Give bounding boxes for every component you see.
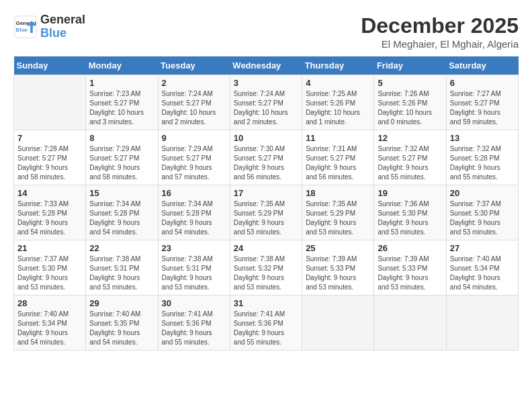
day-info: Sunrise: 7:39 AM Sunset: 5:33 PM Dayligh…	[306, 255, 370, 292]
day-info: Sunrise: 7:38 AM Sunset: 5:31 PM Dayligh…	[89, 255, 154, 292]
day-info: Sunrise: 7:32 AM Sunset: 5:28 PM Dayligh…	[450, 144, 515, 182]
day-header-thursday: Thursday	[302, 56, 374, 75]
calendar-day: 26Sunrise: 7:39 AM Sunset: 5:33 PM Dayli…	[374, 240, 446, 295]
day-info: Sunrise: 7:24 AM Sunset: 5:27 PM Dayligh…	[234, 89, 298, 127]
day-info: Sunrise: 7:40 AM Sunset: 5:35 PM Dayligh…	[89, 310, 154, 347]
page-header: General Blue General Blue December 2025 …	[13, 13, 519, 50]
calendar-day: 28Sunrise: 7:40 AM Sunset: 5:34 PM Dayli…	[14, 295, 86, 351]
day-number: 8	[89, 133, 154, 143]
calendar-day	[302, 295, 374, 351]
day-number: 29	[89, 298, 154, 308]
day-info: Sunrise: 7:35 AM Sunset: 5:29 PM Dayligh…	[234, 199, 298, 237]
day-info: Sunrise: 7:30 AM Sunset: 5:27 PM Dayligh…	[234, 144, 298, 182]
day-number: 21	[17, 243, 82, 253]
day-info: Sunrise: 7:28 AM Sunset: 5:27 PM Dayligh…	[17, 144, 82, 182]
day-number: 3	[234, 78, 298, 88]
day-number: 11	[306, 133, 370, 143]
day-number: 20	[450, 188, 515, 198]
calendar-day	[374, 295, 446, 351]
day-number: 14	[17, 188, 82, 198]
day-number: 4	[306, 78, 370, 88]
day-number: 30	[162, 298, 226, 308]
calendar-day: 17Sunrise: 7:35 AM Sunset: 5:29 PM Dayli…	[230, 185, 302, 240]
calendar-week-4: 21Sunrise: 7:37 AM Sunset: 5:30 PM Dayli…	[14, 240, 519, 295]
day-info: Sunrise: 7:29 AM Sunset: 5:27 PM Dayligh…	[162, 144, 226, 182]
day-number: 10	[234, 133, 298, 143]
calendar-day: 24Sunrise: 7:38 AM Sunset: 5:32 PM Dayli…	[230, 240, 302, 295]
day-info: Sunrise: 7:38 AM Sunset: 5:32 PM Dayligh…	[234, 255, 298, 292]
calendar-day: 11Sunrise: 7:31 AM Sunset: 5:27 PM Dayli…	[302, 130, 374, 185]
calendar-day: 3Sunrise: 7:24 AM Sunset: 5:27 PM Daylig…	[230, 75, 302, 130]
day-number: 28	[17, 298, 82, 308]
day-info: Sunrise: 7:36 AM Sunset: 5:30 PM Dayligh…	[378, 199, 442, 237]
day-header-saturday: Saturday	[446, 56, 518, 75]
day-number: 13	[450, 133, 515, 143]
location: El Meghaier, El Mghair, Algeria	[361, 38, 519, 50]
day-number: 27	[450, 243, 515, 253]
calendar-day	[14, 75, 86, 130]
day-number: 9	[162, 133, 226, 143]
calendar-day: 23Sunrise: 7:38 AM Sunset: 5:31 PM Dayli…	[158, 240, 230, 295]
calendar-day: 31Sunrise: 7:41 AM Sunset: 5:36 PM Dayli…	[230, 295, 302, 351]
day-header-wednesday: Wednesday	[230, 56, 302, 75]
day-number: 18	[306, 188, 370, 198]
day-info: Sunrise: 7:38 AM Sunset: 5:31 PM Dayligh…	[162, 255, 226, 292]
calendar-week-1: 1Sunrise: 7:23 AM Sunset: 5:27 PM Daylig…	[14, 75, 519, 130]
day-info: Sunrise: 7:26 AM Sunset: 5:26 PM Dayligh…	[378, 89, 442, 127]
day-number: 7	[17, 133, 82, 143]
day-number: 15	[89, 188, 154, 198]
day-info: Sunrise: 7:37 AM Sunset: 5:30 PM Dayligh…	[450, 199, 515, 237]
day-number: 1	[89, 78, 154, 88]
day-info: Sunrise: 7:41 AM Sunset: 5:36 PM Dayligh…	[162, 310, 226, 347]
day-info: Sunrise: 7:25 AM Sunset: 5:26 PM Dayligh…	[306, 89, 370, 127]
day-number: 2	[162, 78, 226, 88]
calendar-day: 13Sunrise: 7:32 AM Sunset: 5:28 PM Dayli…	[446, 130, 518, 185]
calendar-header-row: SundayMondayTuesdayWednesdayThursdayFrid…	[14, 56, 519, 75]
day-number: 24	[234, 243, 298, 253]
day-header-sunday: Sunday	[14, 56, 86, 75]
calendar-day: 4Sunrise: 7:25 AM Sunset: 5:26 PM Daylig…	[302, 75, 374, 130]
day-info: Sunrise: 7:31 AM Sunset: 5:27 PM Dayligh…	[306, 144, 370, 182]
day-number: 22	[89, 243, 154, 253]
calendar-table: SundayMondayTuesdayWednesdayThursdayFrid…	[13, 56, 519, 351]
calendar-day	[446, 295, 518, 351]
calendar-day: 8Sunrise: 7:29 AM Sunset: 5:27 PM Daylig…	[86, 130, 158, 185]
day-info: Sunrise: 7:41 AM Sunset: 5:36 PM Dayligh…	[234, 310, 298, 347]
calendar-week-5: 28Sunrise: 7:40 AM Sunset: 5:34 PM Dayli…	[14, 295, 519, 351]
calendar-day: 14Sunrise: 7:33 AM Sunset: 5:28 PM Dayli…	[14, 185, 86, 240]
day-number: 17	[234, 188, 298, 198]
day-number: 19	[378, 188, 442, 198]
calendar-day: 12Sunrise: 7:32 AM Sunset: 5:27 PM Dayli…	[374, 130, 446, 185]
day-info: Sunrise: 7:33 AM Sunset: 5:28 PM Dayligh…	[17, 199, 82, 237]
day-number: 31	[234, 298, 298, 308]
calendar-day: 2Sunrise: 7:24 AM Sunset: 5:27 PM Daylig…	[158, 75, 230, 130]
calendar-day: 16Sunrise: 7:34 AM Sunset: 5:28 PM Dayli…	[158, 185, 230, 240]
day-info: Sunrise: 7:35 AM Sunset: 5:29 PM Dayligh…	[306, 199, 370, 237]
calendar-day: 30Sunrise: 7:41 AM Sunset: 5:36 PM Dayli…	[158, 295, 230, 351]
day-info: Sunrise: 7:29 AM Sunset: 5:27 PM Dayligh…	[89, 144, 154, 182]
calendar-day: 18Sunrise: 7:35 AM Sunset: 5:29 PM Dayli…	[302, 185, 374, 240]
calendar-day: 27Sunrise: 7:40 AM Sunset: 5:34 PM Dayli…	[446, 240, 518, 295]
day-number: 23	[162, 243, 226, 253]
svg-text:Blue: Blue	[16, 27, 28, 33]
calendar-day: 25Sunrise: 7:39 AM Sunset: 5:33 PM Dayli…	[302, 240, 374, 295]
month-title: December 2025	[361, 13, 519, 38]
day-info: Sunrise: 7:40 AM Sunset: 5:34 PM Dayligh…	[17, 310, 82, 347]
calendar-day: 20Sunrise: 7:37 AM Sunset: 5:30 PM Dayli…	[446, 185, 518, 240]
day-number: 5	[378, 78, 442, 88]
day-number: 6	[450, 78, 515, 88]
day-number: 26	[378, 243, 442, 253]
day-info: Sunrise: 7:34 AM Sunset: 5:28 PM Dayligh…	[89, 199, 154, 237]
calendar-day: 9Sunrise: 7:29 AM Sunset: 5:27 PM Daylig…	[158, 130, 230, 185]
day-info: Sunrise: 7:34 AM Sunset: 5:28 PM Dayligh…	[162, 199, 226, 237]
calendar-day: 29Sunrise: 7:40 AM Sunset: 5:35 PM Dayli…	[86, 295, 158, 351]
calendar-day: 7Sunrise: 7:28 AM Sunset: 5:27 PM Daylig…	[14, 130, 86, 185]
day-info: Sunrise: 7:40 AM Sunset: 5:34 PM Dayligh…	[450, 255, 515, 292]
title-area: December 2025 El Meghaier, El Mghair, Al…	[361, 13, 519, 50]
day-number: 16	[162, 188, 226, 198]
calendar-day: 22Sunrise: 7:38 AM Sunset: 5:31 PM Dayli…	[86, 240, 158, 295]
day-header-friday: Friday	[374, 56, 446, 75]
day-info: Sunrise: 7:23 AM Sunset: 5:27 PM Dayligh…	[89, 89, 154, 127]
day-info: Sunrise: 7:32 AM Sunset: 5:27 PM Dayligh…	[378, 144, 442, 182]
day-info: Sunrise: 7:24 AM Sunset: 5:27 PM Dayligh…	[162, 89, 226, 127]
